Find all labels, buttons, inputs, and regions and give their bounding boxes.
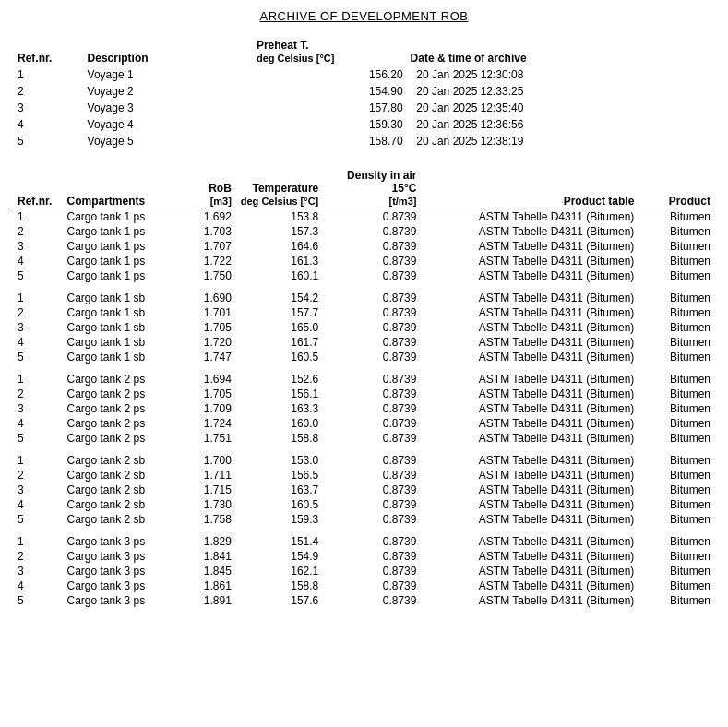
detail-dens: 0.8739 bbox=[322, 564, 420, 578]
detail-row: 4 Cargo tank 2 ps 1.724 160.0 0.8739 AST… bbox=[14, 416, 714, 431]
detail-header-rob: RoB [m3] bbox=[183, 168, 235, 209]
detail-dens: 0.8739 bbox=[322, 268, 420, 283]
detail-rob: 1.705 bbox=[183, 387, 235, 401]
detail-ref: 5 bbox=[14, 512, 63, 527]
detail-product: Bitumen bbox=[638, 549, 714, 564]
detail-header-product-table: Product table bbox=[420, 168, 638, 209]
detail-product: Bitumen bbox=[638, 387, 714, 401]
detail-ref: 2 bbox=[14, 224, 63, 239]
detail-product: Bitumen bbox=[638, 268, 714, 283]
summary-datetime: 20 Jan 2025 12:38:19 bbox=[407, 133, 714, 149]
detail-ref: 1 bbox=[14, 453, 63, 468]
detail-prod-table: ASTM Tabelle D4311 (Bitumen) bbox=[420, 483, 638, 497]
detail-product: Bitumen bbox=[638, 483, 714, 497]
detail-row: 5 Cargo tank 1 sb 1.747 160.5 0.8739 AST… bbox=[14, 350, 714, 364]
summary-row: 4 Voyage 4 159.30 20 Jan 2025 12:36:56 bbox=[14, 116, 714, 133]
summary-row: 2 Voyage 2 154.90 20 Jan 2025 12:33:25 bbox=[14, 83, 714, 100]
detail-ref: 1 bbox=[14, 372, 63, 387]
detail-temp: 156.5 bbox=[235, 468, 322, 483]
summary-ref: 2 bbox=[14, 83, 84, 100]
summary-datetime: 20 Jan 2025 12:35:40 bbox=[407, 100, 714, 116]
summary-preheat: 158.70 bbox=[253, 133, 407, 149]
detail-prod-table: ASTM Tabelle D4311 (Bitumen) bbox=[420, 320, 638, 335]
detail-header-density: Density in air 15°C [t/m3] bbox=[322, 168, 420, 209]
detail-row: 2 Cargo tank 2 sb 1.711 156.5 0.8739 AST… bbox=[14, 468, 714, 483]
detail-comp: Cargo tank 2 ps bbox=[63, 372, 183, 387]
detail-prod-table: ASTM Tabelle D4311 (Bitumen) bbox=[420, 593, 638, 608]
summary-preheat: 154.90 bbox=[253, 83, 407, 100]
detail-header-product: Product bbox=[638, 168, 714, 209]
detail-dens: 0.8739 bbox=[322, 497, 420, 512]
detail-product: Bitumen bbox=[638, 512, 714, 527]
detail-row: 3 Cargo tank 2 ps 1.709 163.3 0.8739 AST… bbox=[14, 401, 714, 416]
detail-dens: 0.8739 bbox=[322, 372, 420, 387]
detail-rob: 1.845 bbox=[183, 564, 235, 578]
detail-prod-table: ASTM Tabelle D4311 (Bitumen) bbox=[420, 497, 638, 512]
detail-temp: 160.0 bbox=[235, 416, 322, 431]
summary-desc: Voyage 4 bbox=[84, 116, 253, 133]
detail-ref: 3 bbox=[14, 320, 63, 335]
detail-prod-table: ASTM Tabelle D4311 (Bitumen) bbox=[420, 468, 638, 483]
detail-temp: 165.0 bbox=[235, 320, 322, 335]
detail-comp: Cargo tank 3 ps bbox=[63, 593, 183, 608]
detail-ref: 3 bbox=[14, 564, 63, 578]
summary-desc: Voyage 2 bbox=[84, 83, 253, 100]
detail-rob: 1.690 bbox=[183, 291, 235, 305]
detail-rob: 1.692 bbox=[183, 209, 235, 225]
detail-prod-table: ASTM Tabelle D4311 (Bitumen) bbox=[420, 431, 638, 446]
detail-row: 5 Cargo tank 1 ps 1.750 160.1 0.8739 AST… bbox=[14, 268, 714, 283]
detail-header-refnr: Ref.nr. bbox=[14, 168, 63, 209]
detail-rob: 1.841 bbox=[183, 549, 235, 564]
group-spacer bbox=[14, 527, 714, 534]
detail-product: Bitumen bbox=[638, 350, 714, 364]
detail-ref: 5 bbox=[14, 593, 63, 608]
detail-comp: Cargo tank 1 ps bbox=[63, 224, 183, 239]
detail-ref: 5 bbox=[14, 431, 63, 446]
detail-prod-table: ASTM Tabelle D4311 (Bitumen) bbox=[420, 549, 638, 564]
detail-dens: 0.8739 bbox=[322, 387, 420, 401]
detail-rob: 1.891 bbox=[183, 593, 235, 608]
summary-ref: 3 bbox=[14, 100, 84, 116]
detail-ref: 3 bbox=[14, 483, 63, 497]
summary-datetime: 20 Jan 2025 12:36:56 bbox=[407, 116, 714, 133]
detail-row: 1 Cargo tank 1 ps 1.692 153.8 0.8739 AST… bbox=[14, 209, 714, 225]
detail-rob: 1.724 bbox=[183, 416, 235, 431]
detail-prod-table: ASTM Tabelle D4311 (Bitumen) bbox=[420, 534, 638, 549]
detail-dens: 0.8739 bbox=[322, 534, 420, 549]
detail-comp: Cargo tank 2 ps bbox=[63, 431, 183, 446]
detail-comp: Cargo tank 1 sb bbox=[63, 305, 183, 320]
summary-header-datetime: Date & time of archive bbox=[407, 37, 714, 66]
detail-temp: 154.2 bbox=[235, 291, 322, 305]
detail-dens: 0.8739 bbox=[322, 224, 420, 239]
detail-product: Bitumen bbox=[638, 453, 714, 468]
group-spacer bbox=[14, 283, 714, 291]
detail-rob: 1.709 bbox=[183, 401, 235, 416]
detail-row: 3 Cargo tank 3 ps 1.845 162.1 0.8739 AST… bbox=[14, 564, 714, 578]
detail-prod-table: ASTM Tabelle D4311 (Bitumen) bbox=[420, 268, 638, 283]
detail-ref: 3 bbox=[14, 401, 63, 416]
detail-prod-table: ASTM Tabelle D4311 (Bitumen) bbox=[420, 291, 638, 305]
detail-rob: 1.747 bbox=[183, 350, 235, 364]
detail-temp: 153.0 bbox=[235, 453, 322, 468]
detail-product: Bitumen bbox=[638, 593, 714, 608]
detail-product: Bitumen bbox=[638, 224, 714, 239]
detail-row: 4 Cargo tank 1 ps 1.722 161.3 0.8739 AST… bbox=[14, 254, 714, 268]
detail-rob: 1.829 bbox=[183, 534, 235, 549]
summary-ref: 1 bbox=[14, 66, 84, 83]
detail-ref: 4 bbox=[14, 497, 63, 512]
summary-preheat: 159.30 bbox=[253, 116, 407, 133]
detail-header-compartments: Compartments bbox=[63, 168, 183, 209]
summary-datetime: 20 Jan 2025 12:33:25 bbox=[407, 83, 714, 100]
detail-dens: 0.8739 bbox=[322, 483, 420, 497]
summary-row: 1 Voyage 1 156.20 20 Jan 2025 12:30:08 bbox=[14, 66, 714, 83]
summary-ref: 5 bbox=[14, 133, 84, 149]
detail-ref: 4 bbox=[14, 254, 63, 268]
detail-row: 3 Cargo tank 1 ps 1.707 164.6 0.8739 AST… bbox=[14, 239, 714, 254]
detail-dens: 0.8739 bbox=[322, 549, 420, 564]
detail-temp: 159.3 bbox=[235, 512, 322, 527]
detail-product: Bitumen bbox=[638, 416, 714, 431]
detail-comp: Cargo tank 2 sb bbox=[63, 468, 183, 483]
detail-temp: 157.3 bbox=[235, 224, 322, 239]
detail-comp: Cargo tank 2 ps bbox=[63, 416, 183, 431]
detail-temp: 162.1 bbox=[235, 564, 322, 578]
